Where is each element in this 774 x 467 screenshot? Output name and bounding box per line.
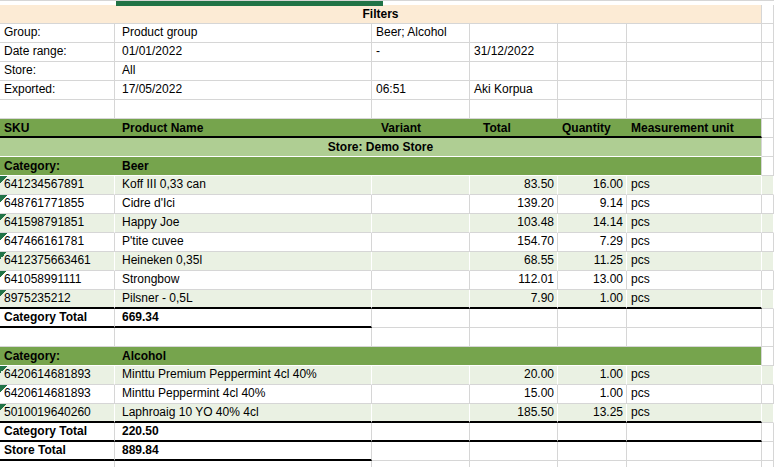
filters-title-cell[interactable]: Filters [0,5,762,24]
store-total-value-cell[interactable]: 889.84 [115,442,372,461]
variant-cell[interactable] [372,233,470,252]
unit-cell[interactable]: pcs [627,233,762,252]
unit-cell[interactable]: pcs [627,252,762,271]
sku-cell[interactable]: 641058991111 [0,271,115,290]
quantity-cell[interactable]: 14.14 [558,214,627,233]
sku-cell[interactable]: 6420614681893 [0,366,115,385]
filter-value-cell[interactable]: 17/05/2022 [115,81,372,100]
product-name-cell[interactable]: Cidre d'Ici [115,195,372,214]
unit-cell[interactable]: pcs [627,271,762,290]
variant-cell[interactable] [372,366,470,385]
sku-cell[interactable]: 641598791851 [0,214,115,233]
quantity-cell[interactable]: 9.14 [558,195,627,214]
column-header-product-name[interactable]: Product Name [115,119,372,136]
variant-cell[interactable] [372,195,470,214]
filter-value-cell[interactable] [372,62,470,81]
total-cell[interactable]: 20.00 [470,366,558,385]
store-total-label-cell[interactable]: Store Total [0,442,115,461]
variant-cell[interactable] [372,271,470,290]
quantity-cell[interactable]: 1.00 [558,366,627,385]
filter-value-cell[interactable]: - [372,43,470,62]
total-cell[interactable]: 15.00 [470,385,558,404]
column-header-sku[interactable]: SKU [0,119,115,136]
product-name-cell[interactable]: Laphroaig 10 YO 40% 4cl [115,404,372,423]
sku-cell[interactable]: 8975235212 [0,290,115,309]
category-name-cell[interactable]: Alcohol [115,347,372,365]
variant-cell[interactable] [372,290,470,309]
total-cell[interactable]: 112.01 [470,271,558,290]
product-name-cell[interactable]: Strongbow [115,271,372,290]
variant-cell[interactable] [372,176,470,195]
category-total-value-cell[interactable]: 669.34 [115,309,372,328]
sku-cell[interactable]: 647466161781 [0,233,115,252]
quantity-cell[interactable]: 16.00 [558,176,627,195]
sku-cell[interactable]: 6420614681893 [0,385,115,404]
quantity-cell[interactable]: 13.25 [558,404,627,423]
quantity-cell[interactable]: 13.00 [558,271,627,290]
filter-value-cell[interactable]: 31/12/2022 [470,43,558,62]
product-name-cell[interactable]: Minttu Peppermint 4cl 40% [115,385,372,404]
quantity-cell[interactable]: 7.29 [558,233,627,252]
sku-cell[interactable]: 648761771855 [0,195,115,214]
variant-cell[interactable] [372,385,470,404]
total-cell[interactable]: 103.48 [470,214,558,233]
variant-cell[interactable] [372,252,470,271]
cell-empty [627,81,762,100]
product-name-cell[interactable]: Minttu Premium Peppermint 4cl 40% [115,366,372,385]
sku-cell[interactable]: 641234567891 [0,176,115,195]
column-header-total[interactable]: Total [470,119,558,136]
product-name-cell[interactable]: Happy Joe [115,214,372,233]
category-total-value-cell[interactable]: 220.50 [115,423,372,442]
filter-value-cell[interactable]: 06:51 [372,81,470,100]
category-total-label-cell[interactable]: Category Total [0,309,115,328]
cell-empty [558,43,627,62]
product-name-cell[interactable]: Heineken 0,35l [115,252,372,271]
category-name-cell[interactable]: Beer [115,157,372,175]
total-cell[interactable]: 7.90 [470,290,558,309]
quantity-cell[interactable]: 11.25 [558,252,627,271]
variant-cell[interactable] [372,214,470,233]
product-name-cell[interactable]: Koff III 0,33 can [115,176,372,195]
empty-row [0,100,774,119]
total-cell[interactable]: 68.55 [470,252,558,271]
unit-cell[interactable]: pcs [627,385,762,404]
filter-label-cell[interactable]: Date range: [0,43,115,62]
variant-cell[interactable] [372,404,470,423]
product-name-cell[interactable]: Pilsner - 0,5L [115,290,372,309]
product-name-cell[interactable]: P'tite cuvee [115,233,372,252]
category-total-label-cell[interactable]: Category Total [0,423,115,442]
category-label-cell[interactable]: Category: [0,157,115,175]
total-cell[interactable]: 139.20 [470,195,558,214]
filter-label-cell[interactable]: Group: [0,24,115,43]
filter-label-cell[interactable]: Exported: [0,81,115,100]
store-banner-cell[interactable]: Store: Demo Store [0,138,762,157]
table-row: 6420614681893 Minttu Peppermint 4cl 40% … [0,385,774,404]
quantity-cell[interactable]: 1.00 [558,385,627,404]
quantity-cell[interactable]: 1.00 [558,290,627,309]
unit-cell[interactable]: pcs [627,366,762,385]
column-header-quantity[interactable]: Quantity [558,119,627,136]
unit-cell[interactable]: pcs [627,290,762,309]
sku-cell[interactable]: 6412375663461 [0,252,115,271]
unit-cell[interactable]: pcs [627,195,762,214]
total-cell[interactable]: 154.70 [470,233,558,252]
sku-cell[interactable]: 5010019640260 [0,404,115,423]
column-header-variant[interactable]: Variant [372,119,470,136]
cell-empty [762,233,774,252]
filter-value-cell[interactable]: Beer; Alcohol [372,24,470,43]
filter-value-cell[interactable]: 01/01/2022 [115,43,372,62]
unit-cell[interactable]: pcs [627,214,762,233]
unit-cell[interactable]: pcs [627,176,762,195]
filter-value-cell[interactable]: Product group [115,24,372,43]
filter-value-cell[interactable]: Aki Korpua [470,81,558,100]
column-header-measurement-unit[interactable]: Measurement unit [627,119,762,136]
category-row-beer: Category: Beer [0,157,774,176]
unit-cell[interactable]: pcs [627,404,762,423]
filter-value-cell[interactable] [470,24,558,43]
total-cell[interactable]: 83.50 [470,176,558,195]
filter-value-cell[interactable] [470,62,558,81]
filter-label-cell[interactable]: Store: [0,62,115,81]
filter-value-cell[interactable]: All [115,62,372,81]
category-label-cell[interactable]: Category: [0,347,115,365]
total-cell[interactable]: 185.50 [470,404,558,423]
